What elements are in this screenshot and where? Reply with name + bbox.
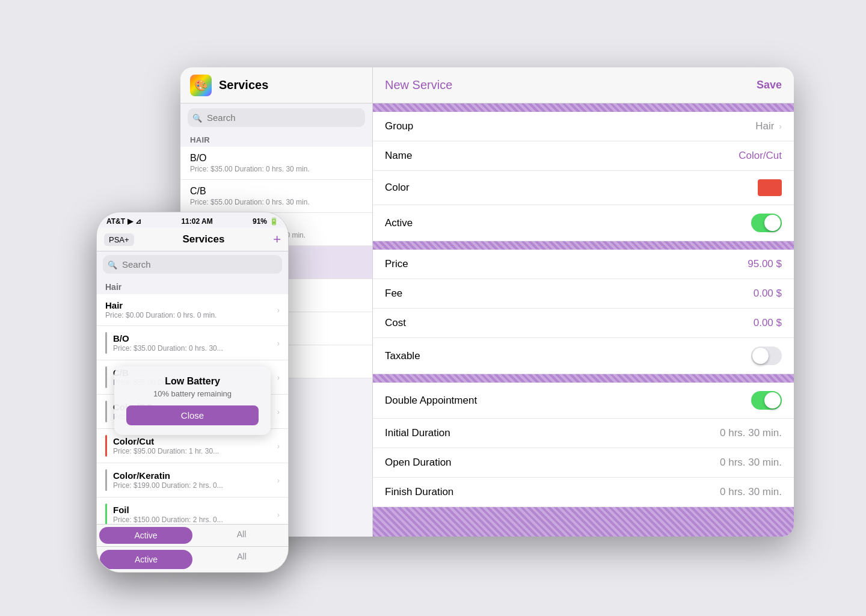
carrier-label: AT&T <box>106 217 125 226</box>
list-item[interactable]: B/O Price: $35.00 Duration: 0 hrs. 30 mi… <box>180 147 372 180</box>
ipad-detail-title: New Service <box>385 78 452 92</box>
item-name: Hair <box>105 300 277 310</box>
battery-label: 91% <box>253 217 267 226</box>
item-detail: Price: $35.00 Duration: 0 hrs. 30... <box>113 344 233 353</box>
battery-icon: 🔋 <box>269 217 278 226</box>
purple-bar-mid1 <box>373 241 794 250</box>
basic-info-section: Group Hair › Name Color/Cut Color <box>373 112 794 241</box>
item-content: Hair Price: $0.00 Duration: 0 hrs. 0 min… <box>105 300 277 319</box>
list-item-name: C/B <box>190 186 363 197</box>
chevron-right-icon: › <box>277 306 280 315</box>
item-content: Color/Keratin Price: $199.00 Duration: 2… <box>113 470 277 490</box>
ipad-detail-panel: Group Hair › Name Color/Cut Color <box>373 103 794 537</box>
iphone-search-wrap <box>103 255 282 274</box>
chevron-right-icon: › <box>277 476 280 485</box>
color-bar <box>105 401 107 422</box>
color-bar <box>105 366 107 388</box>
cost-row[interactable]: Cost 0.00 $ <box>373 309 794 338</box>
search-wrap <box>188 108 365 127</box>
list-item[interactable]: B/O Price: $35.00 Duration: 0 hrs. 30...… <box>97 326 288 360</box>
chevron-right-icon: › <box>277 373 280 382</box>
open-duration-value: 0 hrs. 30 min. <box>457 457 782 469</box>
price-value: 95.00 $ <box>457 258 782 270</box>
all-tab[interactable]: All <box>195 547 288 572</box>
chevron-right-icon: › <box>277 442 280 451</box>
taxable-toggle[interactable] <box>751 346 782 365</box>
signal-icon: ▶ <box>127 217 133 226</box>
color-swatch[interactable] <box>758 179 782 196</box>
list-item[interactable]: Hair Price: $0.00 Duration: 0 hrs. 0 min… <box>97 294 288 326</box>
active-tab[interactable]: Active <box>99 527 192 544</box>
taxable-value <box>457 346 782 365</box>
low-battery-dialog: Low Battery 10% battery remaining Close <box>114 366 271 435</box>
fee-row[interactable]: Fee 0.00 $ <box>373 279 794 309</box>
item-content: Foil Price: $150.00 Duration: 2 hrs. 0..… <box>113 505 277 524</box>
active-label: Active <box>385 217 457 229</box>
finish-duration-value: 0 hrs. 30 min. <box>457 486 782 498</box>
back-button[interactable]: PSA+ <box>104 233 134 246</box>
group-label: Group <box>385 120 457 132</box>
ipad-nav-title: Services <box>219 78 268 92</box>
group-row[interactable]: Group Hair › <box>373 112 794 141</box>
finish-duration-label: Finish Duration <box>385 486 457 498</box>
color-bar <box>105 435 107 457</box>
list-item[interactable]: C/B Price: $55.00 Duration: 0 hrs. 30 mi… <box>180 180 372 213</box>
iphone-search-input[interactable] <box>103 255 282 274</box>
price-row[interactable]: Price 95.00 $ <box>373 250 794 279</box>
time-label: 11:02 AM <box>181 217 212 226</box>
fee-value: 0.00 $ <box>457 288 782 300</box>
list-item[interactable]: Foil Price: $150.00 Duration: 2 hrs. 0..… <box>97 497 288 524</box>
all-tab[interactable]: All <box>195 525 288 546</box>
status-left: AT&T ▶ ⊿ <box>106 217 141 226</box>
color-bar <box>105 469 107 491</box>
taxable-row: Taxable <box>373 338 794 374</box>
bottom-tab-bar: Active All <box>97 546 288 572</box>
name-value: Color/Cut <box>457 150 782 162</box>
active-toggle[interactable] <box>751 214 782 232</box>
ipad-search-bar <box>180 103 372 132</box>
app-icon: 🎨 <box>190 75 212 96</box>
item-content: Color/Cut Price: $95.00 Duration: 1 hr. … <box>113 436 277 455</box>
active-tab[interactable]: Active <box>100 550 192 569</box>
ipad-nav: 🎨 Services <box>180 67 373 103</box>
iphone-list-body: Hair Hair Price: $0.00 Duration: 0 hrs. … <box>97 277 288 524</box>
item-content: B/O Price: $35.00 Duration: 0 hrs. 30... <box>113 333 277 353</box>
open-duration-row[interactable]: Open Duration 0 hrs. 30 min. <box>373 448 794 478</box>
list-item-name: B/O <box>190 153 363 164</box>
low-battery-message: 10% battery remaining <box>126 389 259 398</box>
color-bar <box>105 504 107 524</box>
cost-value: 0.00 $ <box>457 317 782 329</box>
chevron-right-icon: › <box>277 407 280 416</box>
iphone-bottom-tabs: Active All <box>97 524 288 546</box>
ipad-detail-header: New Service Save <box>373 67 794 103</box>
finish-duration-row[interactable]: Finish Duration 0 hrs. 30 min. <box>373 478 794 507</box>
color-label: Color <box>385 182 457 194</box>
open-duration-label: Open Duration <box>385 457 457 469</box>
low-battery-close-button[interactable]: Close <box>126 405 259 425</box>
double-appointment-toggle[interactable] <box>751 391 782 410</box>
color-row[interactable]: Color <box>373 171 794 205</box>
fee-label: Fee <box>385 288 457 300</box>
low-battery-title: Low Battery <box>126 376 259 387</box>
ipad-section-header: Hair <box>180 132 372 147</box>
color-value <box>457 179 782 196</box>
name-row[interactable]: Name Color/Cut <box>373 141 794 171</box>
iphone-section-header: Hair <box>97 277 288 294</box>
purple-bar-mid2 <box>373 374 794 383</box>
color-bar <box>105 332 107 354</box>
list-item[interactable]: Color/Keratin Price: $199.00 Duration: 2… <box>97 463 288 497</box>
double-appointment-value <box>477 391 782 410</box>
chevron-right-icon: › <box>277 510 280 519</box>
group-value: Hair › <box>457 120 782 132</box>
name-label: Name <box>385 150 457 162</box>
add-button[interactable]: + <box>273 233 281 246</box>
save-button[interactable]: Save <box>757 79 782 91</box>
iphone-status-bar: AT&T ▶ ⊿ 11:02 AM 91% 🔋 <box>97 212 288 228</box>
item-detail: Price: $199.00 Duration: 2 hrs. 0... <box>113 481 233 490</box>
purple-bar-bottom <box>373 507 794 537</box>
ipad-search-input[interactable] <box>188 108 365 127</box>
price-label: Price <box>385 258 457 270</box>
iphone-search-bar <box>97 251 288 277</box>
initial-duration-row[interactable]: Initial Duration 0 hrs. 30 min. <box>373 419 794 448</box>
active-row: Active <box>373 205 794 241</box>
